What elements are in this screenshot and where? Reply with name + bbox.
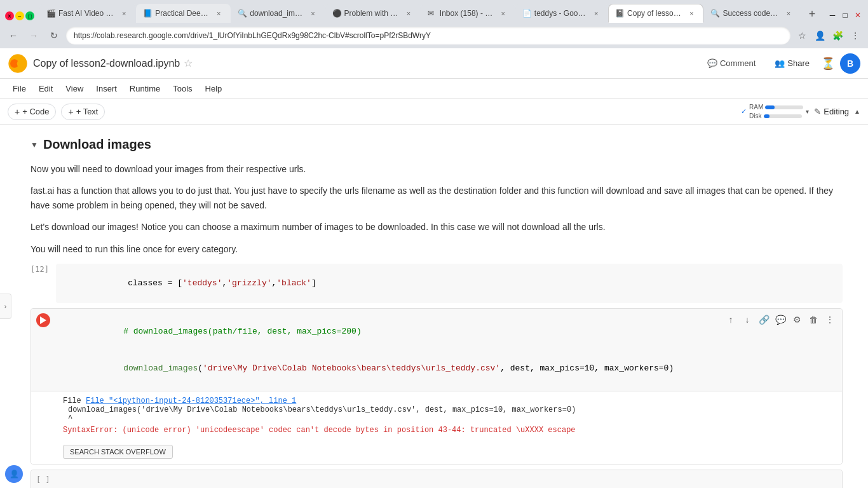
maximize-btn[interactable]: □ (25, 11, 34, 20)
sidebar-toggle-button[interactable]: › (0, 294, 11, 319)
code-line-comment: # download_images(path/file, dest, max_p… (54, 313, 837, 350)
menu-help[interactable]: Help (200, 81, 227, 96)
notebook-area: ▼ Download images Now you will need to d… (11, 125, 868, 488)
section-title: Download images (43, 137, 151, 152)
share-button[interactable]: 👥 Share (768, 56, 816, 71)
menu-runtime[interactable]: Runtime (125, 81, 165, 96)
comment-cell-icon[interactable]: 💬 (773, 313, 787, 327)
minimize-btn[interactable]: − (15, 11, 24, 20)
ram-disk-dropdown-arrow[interactable]: ▾ (806, 108, 809, 115)
search-stackoverflow-button[interactable]: SEARCH STACK OVERFLOW (63, 445, 173, 459)
run-button[interactable] (36, 313, 50, 327)
collapse-section-arrow[interactable]: ▼ (31, 140, 38, 149)
checkmark-icon: ✓ (741, 107, 747, 116)
code-cell-error-content[interactable]: # download_images(path/file, dest, max_p… (54, 313, 837, 387)
tab-5[interactable]: ✉ Inbox (158) - b... × (421, 4, 515, 23)
cell-label-12: [12] (31, 264, 56, 274)
tab-8-close[interactable]: × (783, 8, 794, 18)
close-btn[interactable]: × (5, 11, 14, 20)
ram-bar-fill (765, 105, 775, 109)
bookmark-icon[interactable]: ☆ (794, 28, 810, 43)
settings-icon[interactable]: ⋮ (848, 28, 863, 43)
tab-2-title: Practical Deep... (155, 9, 211, 18)
code-cell-error-body: # download_images(path/file, dest, max_p… (31, 309, 842, 391)
settings-cell-icon[interactable]: ⚙ (790, 313, 804, 327)
toolbar-left: + + Code + + Text (8, 104, 105, 120)
new-tab-button[interactable]: + (803, 5, 821, 23)
user-avatar[interactable]: B (840, 53, 860, 74)
menu-file[interactable]: File (8, 81, 31, 96)
ram-disk-widget[interactable]: ✓ RAM Disk ▾ (741, 104, 809, 119)
tab-5-close[interactable]: × (498, 8, 508, 18)
add-code-button[interactable]: + + Code (8, 104, 56, 120)
url-input[interactable] (66, 27, 790, 44)
code-cell-classes-content[interactable]: classes = ['teddys','grizzly','black'] (56, 264, 843, 304)
tab-2-close[interactable]: × (214, 8, 224, 18)
tab-1-close[interactable]: × (119, 8, 129, 18)
menu-bar: File Edit View Insert Runtime Tools Help (0, 79, 868, 99)
address-bar-icons: ☆ 👤 🧩 ⋮ (794, 28, 863, 43)
comment-button[interactable]: 💬 Comment (700, 55, 763, 71)
menu-tools[interactable]: Tools (168, 81, 197, 96)
tab-4[interactable]: ⚫ Problem with d... × (325, 4, 421, 23)
share-icon: 👥 (775, 58, 785, 68)
notebook-title: Copy of lesson2-download.ipynb (33, 58, 180, 69)
link-cell-icon[interactable]: 🔗 (757, 313, 771, 327)
output-line-1: File File "<ipython-input-24-812035371ec… (63, 396, 837, 405)
tab-7-active[interactable]: 📓 Copy of lesson... × (608, 4, 703, 23)
output-error-line: SyntaxError: (unicode error) 'unicodeesc… (63, 426, 837, 435)
menu-insert[interactable]: Insert (91, 81, 122, 96)
collapse-toolbar-icon[interactable]: ▲ (854, 108, 860, 115)
text-cell-4: You will need to run this line once for … (31, 242, 843, 256)
pencil-icon: ✎ (814, 107, 821, 116)
forward-button[interactable]: → (25, 27, 42, 44)
tab-3-close[interactable]: × (308, 8, 318, 18)
disk-bar-row: Disk (749, 112, 803, 119)
reload-button[interactable]: ↻ (46, 27, 62, 44)
tab-5-title: Inbox (158) - b... (440, 9, 496, 18)
ram-bar-row: RAM (749, 104, 803, 111)
tab-2[interactable]: 📘 Practical Deep... × (136, 4, 231, 23)
tab-6-close[interactable]: × (591, 8, 601, 18)
share-label: Share (787, 58, 810, 68)
toolbar-right: ✓ RAM Disk ▾ (741, 104, 860, 119)
tab-8[interactable]: 🔍 Success code=... × (703, 4, 801, 23)
colab-topbar: Copy of lesson2-download.ipynb ☆ 💬 Comme… (0, 48, 868, 79)
star-icon[interactable]: ☆ (184, 57, 193, 69)
delete-cell-icon[interactable]: 🗑 (806, 313, 820, 327)
win-close-icon[interactable]: ✕ (853, 10, 863, 20)
tab-4-close[interactable]: × (403, 8, 414, 18)
add-text-button[interactable]: + + Text (61, 104, 105, 120)
error-output: File File "<ipython-input-24-812035371ec… (31, 391, 842, 464)
tab-2-favicon: 📘 (143, 9, 152, 18)
output-line-2: download_images('drive\My Drive\Colab No… (63, 405, 837, 414)
tab-1-favicon: 🎬 (46, 9, 55, 18)
tab-7-close[interactable]: × (686, 8, 696, 18)
tab-8-favicon: 🔍 (710, 9, 719, 18)
topbar-actions: 💬 Comment 👥 Share ⏳ B (700, 53, 860, 74)
move-up-icon[interactable]: ↑ (724, 313, 738, 327)
plus-code-icon: + (15, 107, 20, 117)
main-content: › ▼ Download images Now you will need to… (0, 125, 868, 488)
win-restore-icon[interactable]: □ (840, 10, 850, 20)
ram-disk-bars: RAM Disk (749, 104, 803, 119)
tab-3[interactable]: 🔍 download_ima... × (231, 4, 325, 23)
cell-toolbar: ↑ ↓ 🔗 💬 ⚙ 🗑 ⋮ (724, 313, 837, 327)
tab-1[interactable]: 🎬 Fast AI Video V... × (39, 4, 136, 23)
code-cell-alt-content[interactable]: # If you have problems download, try wit… (62, 474, 837, 488)
user-avatar-bottom[interactable]: 👤 (5, 465, 23, 483)
win-minimize-icon[interactable]: ─ (827, 10, 837, 20)
menu-view[interactable]: View (60, 81, 88, 96)
svg-point-2 (17, 59, 25, 67)
profile-icon[interactable]: 👤 (812, 28, 827, 43)
flask-icon[interactable]: ⏳ (821, 57, 835, 71)
disk-label: Disk (749, 112, 761, 119)
extension-icon[interactable]: 🧩 (830, 28, 845, 43)
move-down-icon[interactable]: ↓ (740, 313, 754, 327)
tab-6[interactable]: 📄 teddys - Goog... × (515, 4, 608, 23)
back-button[interactable]: ← (5, 27, 22, 44)
tab-4-favicon: ⚫ (332, 9, 341, 18)
menu-edit[interactable]: Edit (34, 81, 58, 96)
more-cell-icon[interactable]: ⋮ (823, 313, 837, 327)
comment-icon: 💬 (707, 58, 717, 68)
